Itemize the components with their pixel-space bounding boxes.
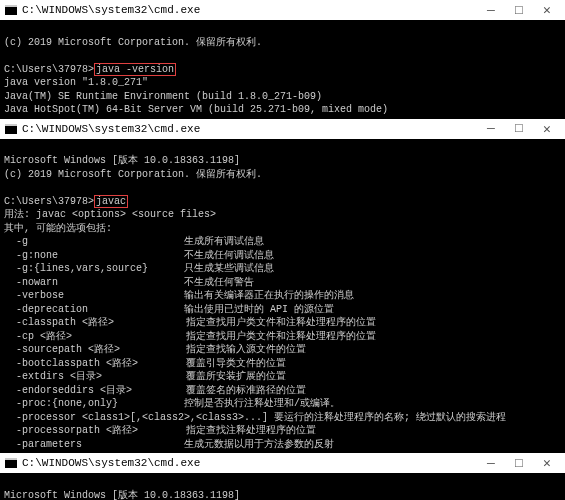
terminal-body[interactable]: (c) 2019 Microsoft Corporation. 保留所有权利. …	[0, 20, 565, 119]
close-button[interactable]: ✕	[533, 453, 561, 473]
option-row: -processorpath <路径> 指定查找注释处理程序的位置	[4, 424, 561, 438]
titlebar[interactable]: C:\WINDOWS\system32\cmd.exe — □ ✕	[0, 453, 565, 473]
prompt: C:\Users\37978>	[4, 196, 94, 207]
copyright-line: (c) 2019 Microsoft Corporation. 保留所有权利.	[4, 37, 262, 48]
option-row: -g:none 不生成任何调试信息	[4, 249, 561, 263]
window-buttons: — □ ✕	[477, 119, 561, 139]
window-buttons: — □ ✕	[477, 0, 561, 20]
command-highlight: java -version	[94, 63, 176, 76]
option-row: -nowarn 不生成任何警告	[4, 276, 561, 290]
option-row: -bootclasspath <路径> 覆盖引导类文件的位置	[4, 357, 561, 371]
option-row: -g 生成所有调试信息	[4, 235, 561, 249]
terminal-window-1: C:\WINDOWS\system32\cmd.exe — □ ✕ (c) 20…	[0, 0, 565, 119]
option-row: -verbose 输出有关编译器正在执行的操作的消息	[4, 289, 561, 303]
option-row: -endorseddirs <目录> 覆盖签名的标准路径的位置	[4, 384, 561, 398]
option-row: -cp <路径> 指定查找用户类文件和注释处理程序的位置	[4, 330, 561, 344]
option-row: -g:{lines,vars,source} 只生成某些调试信息	[4, 262, 561, 276]
svg-rect-1	[5, 5, 17, 7]
titlebar-title: C:\WINDOWS\system32\cmd.exe	[22, 4, 477, 16]
option-row: -sourcepath <路径> 指定查找输入源文件的位置	[4, 343, 561, 357]
maximize-button[interactable]: □	[505, 453, 533, 473]
version-line: Microsoft Windows [版本 10.0.18363.1198]	[4, 155, 240, 166]
svg-rect-3	[5, 124, 17, 126]
maximize-button[interactable]: □	[505, 119, 533, 139]
titlebar[interactable]: C:\WINDOWS\system32\cmd.exe — □ ✕	[0, 0, 565, 20]
terminal-window-3: C:\WINDOWS\system32\cmd.exe — □ ✕ Micros…	[0, 453, 565, 500]
titlebar-title: C:\WINDOWS\system32\cmd.exe	[22, 457, 477, 469]
maximize-button[interactable]: □	[505, 0, 533, 20]
copyright-line: (c) 2019 Microsoft Corporation. 保留所有权利.	[4, 169, 262, 180]
cmd-icon	[4, 3, 18, 17]
cmd-icon	[4, 456, 18, 470]
minimize-button[interactable]: —	[477, 453, 505, 473]
titlebar[interactable]: C:\WINDOWS\system32\cmd.exe — □ ✕	[0, 119, 565, 139]
output-line: Java(TM) SE Runtime Environment (build 1…	[4, 91, 322, 102]
header-line: 其中, 可能的选项包括:	[4, 223, 112, 234]
titlebar-title: C:\WINDOWS\system32\cmd.exe	[22, 123, 477, 135]
close-button[interactable]: ✕	[533, 0, 561, 20]
option-row: -deprecation 输出使用已过时的 API 的源位置	[4, 303, 561, 317]
terminal-body[interactable]: Microsoft Windows [版本 10.0.18363.1198] (…	[0, 139, 565, 454]
usage-line: 用法: javac <options> <source files>	[4, 209, 216, 220]
minimize-button[interactable]: —	[477, 119, 505, 139]
cmd-icon	[4, 122, 18, 136]
output-line: Java HotSpot(TM) 64-Bit Server VM (build…	[4, 104, 388, 115]
option-row: -extdirs <目录> 覆盖所安装扩展的位置	[4, 370, 561, 384]
option-row: -classpath <路径> 指定查找用户类文件和注释处理程序的位置	[4, 316, 561, 330]
version-line: Microsoft Windows [版本 10.0.18363.1198]	[4, 490, 240, 501]
option-row: -processor <class1>[,<class2>,<class3>..…	[4, 411, 561, 425]
options-list: -g 生成所有调试信息 -g:none 不生成任何调试信息 -g:{lines,…	[4, 235, 561, 451]
option-row: -parameters 生成元数据以用于方法参数的反射	[4, 438, 561, 452]
terminal-body[interactable]: Microsoft Windows [版本 10.0.18363.1198] (…	[0, 473, 565, 500]
output-line: java version "1.8.0_271"	[4, 77, 148, 88]
window-buttons: — □ ✕	[477, 453, 561, 473]
terminal-window-2: C:\WINDOWS\system32\cmd.exe — □ ✕ Micros…	[0, 119, 565, 454]
prompt: C:\Users\37978>	[4, 64, 94, 75]
command-highlight: javac	[94, 195, 128, 208]
svg-rect-5	[5, 458, 17, 460]
close-button[interactable]: ✕	[533, 119, 561, 139]
option-row: -proc:{none,only} 控制是否执行注释处理和/或编译。	[4, 397, 561, 411]
minimize-button[interactable]: —	[477, 0, 505, 20]
